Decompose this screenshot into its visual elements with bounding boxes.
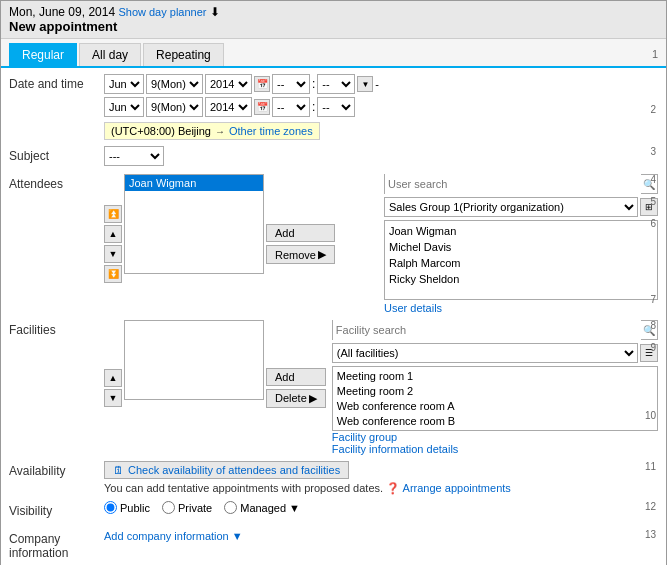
start-datetime: Jun 9(Mon) 2014 📅 -- : -- — [104, 74, 658, 94]
facility-item-2: Meeting room 2 — [337, 384, 653, 399]
company-dropdown-icon: ▼ — [232, 530, 243, 542]
avail-help-icon: ❓ — [386, 482, 400, 494]
user-search-input[interactable] — [385, 174, 641, 194]
attendees-row: Attendees ⏫ ▲ ▼ ⏬ Joan Wigman — [9, 174, 658, 314]
delete-facility-label: Delete — [275, 392, 307, 404]
facility-move-down-btn[interactable]: ▼ — [104, 389, 122, 407]
company-content: Add company information ▼ — [104, 529, 658, 543]
datetime-label: Date and time — [9, 74, 104, 91]
start-day-select[interactable]: 9(Mon) — [146, 74, 203, 94]
add-company-link[interactable]: Add company information ▼ — [104, 530, 243, 542]
end-year-select[interactable]: 2014 — [205, 97, 252, 117]
attendees-section: ⏫ ▲ ▼ ⏬ Joan Wigman Add — [104, 174, 658, 314]
user-details-link[interactable]: User details — [384, 302, 658, 314]
facility-info-link[interactable]: Facility information details — [332, 443, 658, 455]
subject-row: Subject --- 3 — [9, 146, 658, 168]
section-number-7: 7 — [650, 294, 656, 305]
company-label: Company information — [9, 529, 104, 560]
add-facility-btn[interactable]: Add — [266, 368, 326, 386]
delete-facility-btn[interactable]: Delete ▶ — [266, 389, 326, 408]
start-hour-select[interactable]: -- — [272, 74, 310, 94]
title-bar: Mon, June 09, 2014 Show day planner ⬇ Ne… — [1, 1, 666, 39]
check-availability-btn[interactable]: 🗓 Check availability of attendees and fa… — [104, 461, 349, 479]
availability-label: Availability — [9, 461, 104, 478]
date-display: Mon, June 09, 2014 — [9, 5, 115, 19]
tab-allday[interactable]: All day — [79, 43, 141, 66]
add-company-label: Add company information — [104, 530, 229, 542]
facility-filter-select[interactable]: (All facilities) — [332, 343, 638, 363]
avail-text: You can add tentative appointments with … — [104, 482, 658, 495]
visibility-managed-label: Managed — [240, 502, 286, 514]
move-top-btn[interactable]: ⏫ — [104, 205, 122, 223]
end-datetime: Jun 9(Mon) 2014 📅 -- : -- — [104, 97, 658, 117]
time-separator-start: : — [312, 77, 315, 91]
remove-arrow-icon: ▶ — [318, 248, 326, 261]
start-year-select[interactable]: 2014 — [205, 74, 252, 94]
visibility-private-label: Private — [178, 502, 212, 514]
tabs-container: Regular All day Repeating 1 — [1, 39, 666, 68]
start-min-select[interactable]: -- — [317, 74, 355, 94]
facilities-label: Facilities — [9, 320, 104, 337]
attendee-item[interactable]: Joan Wigman — [125, 175, 263, 191]
section-number-3: 3 — [650, 146, 656, 157]
end-calendar-icon[interactable]: 📅 — [254, 99, 270, 115]
user-list-item-3: Ralph Marcom — [389, 255, 653, 271]
visibility-label: Visibility — [9, 501, 104, 518]
facility-item-4: Web conference room B — [337, 414, 653, 429]
facility-move-up-btn[interactable]: ▲ — [104, 369, 122, 387]
check-availability-label: Check availability of attendees and faci… — [128, 464, 340, 476]
end-month-select[interactable]: Jun — [104, 97, 144, 117]
availability-content: 🗓 Check availability of attendees and fa… — [104, 461, 658, 495]
visibility-private: Private — [162, 501, 212, 514]
end-min-select[interactable]: -- — [317, 97, 355, 117]
attendee-list-wrapper: Joan Wigman — [124, 174, 264, 314]
group-select[interactable]: Sales Group 1(Priority organization) — [384, 197, 638, 217]
main-window: Mon, June 09, 2014 Show day planner ⬇ Ne… — [0, 0, 667, 565]
facilities-section: ▲ ▼ Add Delete ▶ — [104, 320, 658, 455]
check-avail-icon: 🗓 — [113, 464, 124, 476]
user-search-box: 🔍 — [384, 174, 658, 194]
facility-item-3: Web conference room A — [337, 399, 653, 414]
minus-icon: - — [375, 78, 379, 90]
visibility-public-radio[interactable] — [104, 501, 117, 514]
facility-group-link[interactable]: Facility group — [332, 431, 658, 443]
user-list-item-2: Michel Davis — [389, 239, 653, 255]
move-down-btn[interactable]: ▼ — [104, 245, 122, 263]
end-hour-select[interactable]: -- — [272, 97, 310, 117]
section-number-10: 10 — [645, 410, 656, 421]
company-row: Company information Add company informat… — [9, 529, 658, 560]
tab-bar: Regular All day Repeating 1 — [1, 39, 666, 68]
facility-item-1: Meeting room 1 — [337, 369, 653, 384]
add-remove-btns: Add Remove ▶ — [266, 174, 335, 314]
move-up-btn[interactable]: ▲ — [104, 225, 122, 243]
attendees-left: ⏫ ▲ ▼ ⏬ Joan Wigman Add — [104, 174, 378, 314]
arrange-appointments-link[interactable]: Arrange appointments — [403, 482, 511, 494]
add-attendee-label: Add — [275, 227, 295, 239]
remove-attendee-btn[interactable]: Remove ▶ — [266, 245, 335, 264]
attendees-label: Attendees — [9, 174, 104, 191]
end-day-select[interactable]: 9(Mon) — [146, 97, 203, 117]
facility-add-delete-btns: Add Delete ▶ — [266, 320, 326, 455]
start-month-select[interactable]: Jun — [104, 74, 144, 94]
facilities-row: Facilities ▲ ▼ Add — [9, 320, 658, 455]
other-timezones-link[interactable]: Other time zones — [229, 125, 313, 137]
visibility-content: Public Private Managed ▼ — [104, 501, 658, 514]
subject-select[interactable]: --- — [104, 146, 164, 166]
show-day-planner-link[interactable]: Show day planner — [118, 6, 206, 18]
avail-description: You can add tentative appointments with … — [104, 482, 383, 494]
start-time-icon[interactable]: ▼ — [357, 76, 373, 92]
user-list: Joan Wigman Michel Davis Ralph Marcom Ri… — [384, 220, 658, 300]
facility-search-input[interactable] — [333, 320, 641, 340]
visibility-managed-radio[interactable] — [224, 501, 237, 514]
facility-list — [124, 320, 264, 400]
tab-repeating[interactable]: Repeating — [143, 43, 224, 66]
move-bottom-btn[interactable]: ⏬ — [104, 265, 122, 283]
visibility-private-radio[interactable] — [162, 501, 175, 514]
availability-row: Availability 🗓 Check availability of att… — [9, 461, 658, 495]
add-attendee-btn[interactable]: Add — [266, 224, 335, 242]
tab-regular[interactable]: Regular — [9, 43, 77, 66]
visibility-radio-group: Public Private Managed ▼ — [104, 501, 658, 514]
add-facility-label: Add — [275, 371, 295, 383]
start-calendar-icon[interactable]: 📅 — [254, 76, 270, 92]
section-number-6: 6 — [650, 218, 656, 229]
